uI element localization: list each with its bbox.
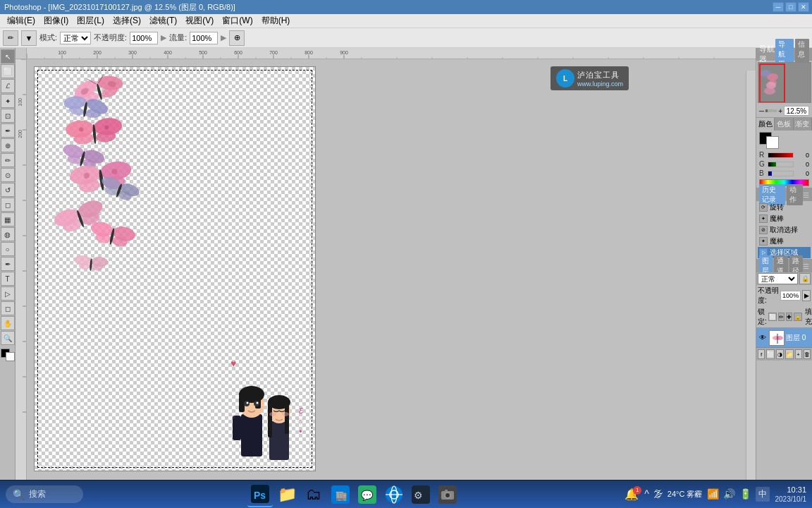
blend-mode-select[interactable]: 正常 xyxy=(60,32,91,44)
eyedropper-tool[interactable]: ✒ xyxy=(1,123,15,138)
minimize-button[interactable]: ─ xyxy=(773,2,784,12)
fg-bg-swatch[interactable] xyxy=(1,349,15,361)
menu-image[interactable]: 图像(I) xyxy=(39,13,73,28)
lock-position-icon[interactable]: ✚ xyxy=(786,313,792,321)
notification-area[interactable]: 🔔 1 xyxy=(625,488,639,501)
path-select-tool[interactable]: ▷ xyxy=(1,286,15,301)
channel-g-bar[interactable] xyxy=(768,162,794,167)
zoom-tool[interactable]: 🔍 xyxy=(1,331,15,345)
taskbar-app-photoshop[interactable]: Ps xyxy=(247,482,273,507)
canvas-area[interactable]: 100 200 300 400 500 600 700 800 xyxy=(16,48,756,492)
lock-label: 锁定: xyxy=(758,307,767,327)
layer-opacity-input[interactable]: 100% xyxy=(780,291,801,301)
tab-color[interactable]: 颜色 xyxy=(756,118,775,131)
tab-swatches[interactable]: 色板 xyxy=(775,118,793,131)
svg-rect-126 xyxy=(785,63,811,103)
layer-row-0[interactable]: 👁 图层 0 xyxy=(756,328,812,348)
menu-view[interactable]: 视图(V) xyxy=(181,13,218,28)
network-icon[interactable]: 📶 xyxy=(707,488,719,500)
svg-point-115 xyxy=(257,402,259,404)
channel-r-bar[interactable] xyxy=(768,152,794,158)
svg-text:200: 200 xyxy=(18,130,23,138)
history-item-wand1[interactable]: ✦ 魔棒 xyxy=(758,213,811,224)
wand-tool[interactable]: ✦ xyxy=(1,94,15,108)
flow-label: 流量: xyxy=(169,32,187,43)
airbrush-btn[interactable]: ⊕ xyxy=(229,30,245,46)
svg-rect-136 xyxy=(777,334,778,344)
layer-lock-btn[interactable]: 🔒 xyxy=(799,273,811,284)
layers-btn-row: f ⬜ ◑ 📁 + 🗑 xyxy=(756,348,812,361)
navigator-preview xyxy=(758,62,811,103)
decorative-dot: • xyxy=(299,426,302,437)
menu-window[interactable]: 窗口(W) xyxy=(218,13,257,28)
brush-tool[interactable]: ✏ xyxy=(1,153,15,167)
fg-bg-color[interactable] xyxy=(759,132,779,149)
history-header[interactable]: 历史记录 动作 ☰ xyxy=(756,188,812,201)
layers-header[interactable]: 图层 通道 路径 ☰ xyxy=(756,260,812,272)
taskbar-apps: Ps 📁 🗂 🏬 💬 xyxy=(86,482,622,507)
history-item-deselect[interactable]: ⊘ 取消选择 xyxy=(758,224,811,236)
erase-tool[interactable]: ◻ xyxy=(1,198,15,212)
volume-icon[interactable]: 🔊 xyxy=(723,488,735,500)
decorative-heart: ♡ xyxy=(297,417,304,427)
clone-tool[interactable]: ⊙ xyxy=(1,168,15,182)
shape-tool[interactable]: ◻ xyxy=(1,301,15,315)
lock-pixels-icon[interactable]: ✏ xyxy=(778,313,785,321)
spot-heal-tool[interactable]: ⊕ xyxy=(1,138,15,152)
menu-edit[interactable]: 编辑(E) xyxy=(3,13,39,28)
hand-tool[interactable]: ✋ xyxy=(1,316,15,330)
taskbar-app-file-manager[interactable]: 📁 xyxy=(274,482,300,507)
lasso-tool[interactable]: 𝓛 xyxy=(1,79,15,93)
layer-adjustment-btn[interactable]: ◑ xyxy=(776,349,783,359)
taskbar-search[interactable]: 🔍 搜索 xyxy=(6,485,83,503)
menu-filter[interactable]: 滤镜(T) xyxy=(145,13,181,28)
svg-text:100: 100 xyxy=(58,50,66,55)
gradient-tool[interactable]: ▦ xyxy=(1,212,15,226)
tool-preset-btn[interactable]: ▼ xyxy=(21,30,37,46)
dodge-tool[interactable]: ○ xyxy=(1,242,15,256)
layer-group-btn[interactable]: 📁 xyxy=(785,349,794,359)
background-color[interactable] xyxy=(766,136,779,149)
crop-tool[interactable]: ⊡ xyxy=(1,109,15,123)
taskbar-app-browser[interactable] xyxy=(381,482,407,507)
zoom-input[interactable] xyxy=(784,106,809,116)
layer-blend-mode-select[interactable]: 正常 xyxy=(758,273,798,284)
layer-mask-btn[interactable]: ⬜ xyxy=(766,349,775,359)
close-button[interactable]: ✕ xyxy=(798,2,809,12)
opacity-label: 不透明度: xyxy=(94,32,127,43)
layer-new-btn[interactable]: + xyxy=(795,349,802,359)
text-tool[interactable]: T xyxy=(1,272,15,286)
vertical-scrollbar[interactable] xyxy=(746,71,756,483)
taskbar-clock[interactable]: 10:31 2023/10/1 xyxy=(775,485,807,504)
menu-layer[interactable]: 图层(L) xyxy=(73,13,109,28)
taskbar-app-folder[interactable]: 🗂 xyxy=(301,482,326,507)
taskbar-app-wechat[interactable]: 💬 xyxy=(355,482,380,507)
layer-delete-btn[interactable]: 🗑 xyxy=(804,349,811,359)
channel-b-bar[interactable] xyxy=(768,171,794,176)
lock-transparent-icon[interactable]: ⬜ xyxy=(768,313,777,321)
history-brush-tool[interactable]: ↺ xyxy=(1,183,15,197)
current-tool-icon: ✏ xyxy=(3,30,18,46)
tab-gradient[interactable]: 渐变 xyxy=(794,118,812,131)
navigator-header[interactable]: 导航器 导航器 信息 xyxy=(756,48,812,61)
menu-select[interactable]: 选择(S) xyxy=(109,13,145,28)
maximize-button[interactable]: □ xyxy=(785,2,796,12)
layer-visibility-toggle[interactable]: 👁 xyxy=(758,333,768,343)
taskbar-app-steam[interactable]: ⚙ xyxy=(408,482,433,507)
tab-actions[interactable]: 动作 xyxy=(787,184,803,205)
taskbar-app-camera[interactable] xyxy=(435,482,460,507)
select-tool[interactable]: ⬜ xyxy=(1,64,15,78)
pen-tool[interactable]: ✒ xyxy=(1,257,15,271)
lock-all-icon[interactable]: 🔒 xyxy=(794,313,802,321)
layer-opacity-arrow[interactable]: ▶ xyxy=(802,290,811,301)
menu-help[interactable]: 帮助(H) xyxy=(257,13,295,28)
taskbar-app-store[interactable]: 🏬 xyxy=(328,482,353,507)
canvas-scroll[interactable]: L 泸泊宝工具 www.luping.com xyxy=(27,59,756,492)
layer-style-btn[interactable]: f xyxy=(758,349,765,359)
blur-tool[interactable]: ◍ xyxy=(1,227,15,241)
document-canvas[interactable]: · · · · ♥ xyxy=(34,66,316,471)
move-tool[interactable]: ↖ xyxy=(1,49,15,64)
chevron-up-icon[interactable]: ^ xyxy=(644,488,649,500)
ime-icon[interactable]: 中 xyxy=(756,487,770,502)
history-item-wand2[interactable]: ✦ 魔棒 xyxy=(758,236,811,247)
